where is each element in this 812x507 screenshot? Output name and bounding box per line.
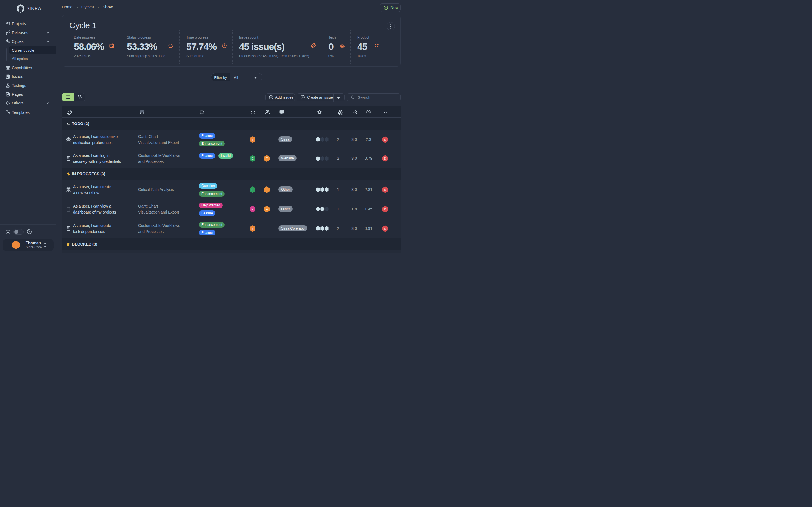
svg-text:T: T: [15, 243, 17, 247]
